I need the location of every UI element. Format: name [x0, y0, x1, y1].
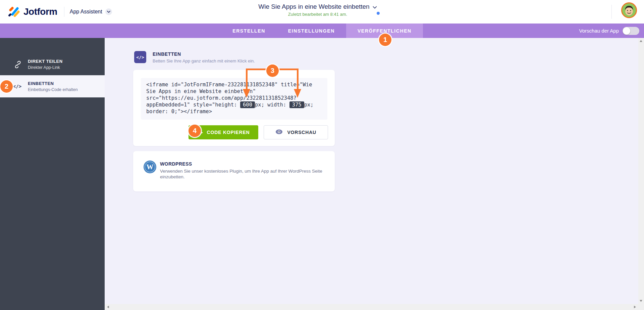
sidebar-item-subtitle: Direkter App-Link — [28, 65, 62, 70]
toggle-knob — [623, 27, 630, 35]
eye-icon — [275, 129, 283, 135]
wordpress-title: WORDPRESS — [160, 161, 192, 167]
scroll-down-arrow-icon[interactable] — [640, 300, 642, 302]
wordpress-icon: W — [144, 161, 156, 173]
jotform-logo-text[interactable]: Jotform — [23, 6, 57, 17]
step-badge-2: 2 — [0, 80, 13, 93]
vertical-scrollbar[interactable] — [638, 38, 644, 304]
preview-toggle[interactable] — [623, 27, 639, 35]
chevron-down-icon — [105, 8, 112, 15]
header: Jotform App Assistent Wie Sie Apps in ei… — [0, 0, 644, 24]
step-badge-4: 4 — [189, 125, 201, 137]
tab-erstellen[interactable]: ERSTELLEN — [221, 24, 277, 38]
horizontal-scrollbar[interactable] — [105, 304, 638, 310]
width-input[interactable]: 375 — [289, 101, 304, 108]
app-title-dropdown[interactable]: Wie Sie Apps in eine Website einbetten — [258, 3, 377, 10]
wordpress-card[interactable]: W WORDPRESS Verwenden Sie unser kostenlo… — [133, 151, 335, 191]
app-title-block: Wie Sie Apps in eine Website einbetten Z… — [258, 3, 377, 17]
publish-sidebar: DIREKT TEILEN Direkter App-Link </> EINB… — [0, 38, 105, 310]
height-input[interactable]: 600 — [240, 101, 255, 108]
link-icon — [13, 60, 22, 68]
step-badge-3: 3 — [266, 64, 279, 77]
preview-toggle-label: Vorschau der App — [579, 28, 619, 34]
embed-code-block: <iframe id="JotFormIFrame-23228113185234… — [141, 78, 327, 120]
code-icon: </> — [13, 84, 22, 89]
avatar[interactable] — [621, 2, 637, 18]
sidebar-item-direkt-teilen[interactable]: DIREKT TEILEN Direkter App-Link — [0, 53, 105, 75]
chevron-down-icon — [373, 3, 377, 10]
scrollbar-corner — [638, 304, 644, 310]
sidebar-item-einbetten[interactable]: </> EINBETTEN Einbettungs-Code erhalten — [0, 75, 105, 97]
step3-connector-left — [246, 69, 248, 89]
section-subtitle: Betten Sie Ihre App ganz einfach mit ein… — [153, 58, 255, 63]
code-text: px; width: — [255, 102, 289, 108]
header-divider — [64, 7, 64, 17]
embed-panel: </> EINBETTEN Betten Sie Ihre App ganz e… — [105, 38, 638, 304]
copy-code-label: CODE KOPIEREN — [207, 130, 250, 135]
avatar-divider — [611, 5, 612, 19]
builder-navbar: ERSTELLEN EINSTELLUNGEN VERÖFFENTLICHEN … — [0, 24, 644, 38]
last-edited-status: Zuletzt bearbeitet am 8:41 am. — [258, 12, 377, 17]
sidebar-item-title: EINBETTEN — [28, 81, 78, 86]
autosave-indicator-dot — [377, 12, 380, 15]
embed-code-card: <iframe id="JotFormIFrame-23228113185234… — [133, 70, 335, 146]
step-badge-1: 1 — [379, 34, 391, 46]
arrow-down-icon — [294, 89, 301, 98]
preview-button[interactable]: VORSCHAU — [264, 125, 328, 139]
scroll-right-arrow-icon[interactable] — [634, 306, 636, 308]
arrow-down-icon — [243, 89, 250, 98]
jotform-logo-icon[interactable] — [7, 5, 21, 18]
app-title: Wie Sie Apps in eine Website einbetten — [258, 3, 369, 10]
sidebar-item-title: DIREKT TEILEN — [28, 59, 62, 64]
step3-connector-right — [297, 69, 299, 89]
scroll-left-arrow-icon[interactable] — [107, 306, 109, 308]
app-switcher-dropdown[interactable]: App Assistent — [70, 8, 112, 15]
app-switcher-label: App Assistent — [70, 9, 102, 15]
preview-button-label: VORSCHAU — [287, 130, 316, 135]
jotform-app-builder-page: Jotform App Assistent Wie Sie Apps in ei… — [0, 0, 644, 310]
wordpress-description: Verwenden Sie unser kostenloses Plugin, … — [160, 168, 329, 180]
embed-section-icon: </> — [134, 51, 146, 63]
sidebar-item-subtitle: Einbettungs-Code erhalten — [28, 87, 78, 92]
tab-einstellungen[interactable]: EINSTELLUNGEN — [277, 24, 346, 38]
scroll-up-arrow-icon[interactable] — [640, 40, 642, 42]
section-title: EINBETTEN — [153, 51, 255, 57]
